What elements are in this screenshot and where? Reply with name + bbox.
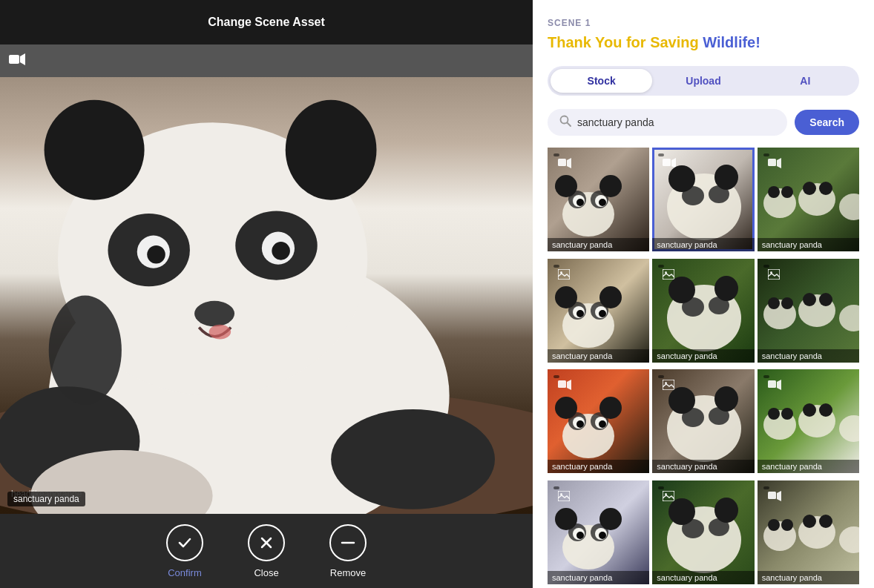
tab-row: Stock Upload AI [548,66,859,96]
grid-item-12[interactable]: sanctuary panda [758,480,859,584]
svg-point-115 [599,532,606,539]
svg-point-68 [714,276,738,301]
svg-point-16 [331,409,495,509]
svg-point-60 [576,310,584,317]
grid-item-label: sanctuary panda [652,349,754,363]
svg-point-18 [49,296,122,405]
svg-point-49 [803,182,816,195]
search-input[interactable] [577,116,775,128]
grid-item-label: sanctuary panda [758,460,859,473]
svg-point-130 [803,515,816,528]
svg-point-14 [209,325,231,340]
svg-point-50 [819,182,832,195]
svg-point-94 [668,387,695,414]
grid-item-label: sanctuary panda [548,460,649,473]
grid-item-1[interactable]: sanctuary panda [548,148,649,251]
svg-point-102 [781,408,793,420]
close-button[interactable]: Close [248,524,285,578]
svg-point-67 [668,277,695,303]
svg-point-12 [272,242,290,260]
image-grid: sanctuary panda sanctuary panda sanctuar… [548,148,859,588]
grid-item-5[interactable]: sanctuary panda [652,259,754,363]
svg-point-57 [599,286,622,308]
svg-point-47 [768,186,780,198]
svg-point-101 [768,408,780,420]
svg-point-29 [555,175,577,197]
tab-ai[interactable]: AI [755,69,856,93]
svg-point-77 [819,293,832,306]
svg-point-95 [714,386,738,412]
svg-point-56 [555,286,577,308]
caption-badge: sanctuary panda [7,492,85,506]
svg-point-111 [599,508,622,530]
scene-label: SCENE 1 [548,18,859,28]
svg-point-88 [599,420,606,428]
svg-point-84 [599,397,622,419]
svg-point-122 [714,498,738,523]
grid-item-label: sanctuary panda [758,238,859,251]
svg-point-75 [781,297,793,309]
svg-marker-1 [20,53,25,65]
svg-point-114 [576,532,584,539]
scene-title-part2: Wildlife! [703,34,760,50]
tab-upload[interactable]: Upload [652,69,754,93]
svg-point-121 [668,498,695,525]
left-panel: Change Scene Asset [0,0,533,588]
bottom-actions: Confirm Close Remove [0,514,533,588]
grid-item-label: sanctuary panda [652,460,754,473]
grid-item-9[interactable]: sanctuary panda [758,369,859,473]
close-label: Close [254,567,278,578]
search-row: Search [548,109,859,136]
video-camera-icon [9,53,25,68]
remove-circle [329,524,367,561]
left-header: Change Scene Asset [0,0,533,44]
grid-item-label: sanctuary panda [652,571,754,584]
svg-rect-0 [9,55,19,64]
svg-point-61 [599,310,606,317]
svg-point-48 [781,186,793,198]
scene-title: Thank You for Saving Wildlife! [548,34,859,51]
svg-point-87 [576,420,584,428]
svg-point-46 [839,194,859,220]
header-title: Change Scene Asset [208,16,325,29]
svg-point-13 [194,301,234,326]
scene-title-part1: Thank You for Saving [548,34,703,50]
grid-item-11[interactable]: sanctuary panda [652,480,754,584]
grid-item-label: sanctuary panda [548,238,649,251]
search-button[interactable]: Search [795,110,859,135]
grid-item-label: sanctuary panda [758,571,859,584]
svg-point-129 [781,519,793,531]
grid-item-label: sanctuary panda [548,349,649,363]
remove-label: Remove [330,567,366,578]
search-input-wrap [548,109,787,136]
svg-point-76 [803,293,816,306]
svg-point-11 [147,245,165,264]
grid-item-2[interactable]: sanctuary panda [652,148,754,251]
grid-item-10[interactable]: sanctuary panda [548,480,649,584]
video-toolbar [0,44,533,77]
remove-button[interactable]: Remove [329,524,367,578]
grid-item-8[interactable]: sanctuary panda [652,369,754,473]
svg-point-5 [45,100,145,200]
confirm-button[interactable]: Confirm [166,524,203,578]
svg-point-30 [599,175,622,197]
grid-item-4[interactable]: sanctuary panda [548,259,649,363]
confirm-circle [166,524,203,561]
search-icon [559,115,571,130]
svg-point-104 [819,403,832,417]
svg-point-83 [555,397,577,419]
close-circle [248,524,285,561]
tab-stock[interactable]: Stock [551,69,652,93]
confirm-label: Confirm [168,567,202,578]
grid-item-label: sanctuary panda [548,571,649,584]
grid-item-6[interactable]: sanctuary panda [758,259,859,363]
right-panel: SCENE 1 Thank You for Saving Wildlife! S… [533,0,874,588]
grid-item-7[interactable]: sanctuary panda [548,369,649,473]
svg-point-128 [768,519,780,531]
svg-point-6 [286,100,377,200]
grid-item-3[interactable]: sanctuary panda [758,148,859,251]
svg-point-34 [599,199,606,206]
svg-point-41 [714,165,738,190]
svg-point-74 [768,297,780,309]
grid-item-label: sanctuary panda [652,238,754,251]
